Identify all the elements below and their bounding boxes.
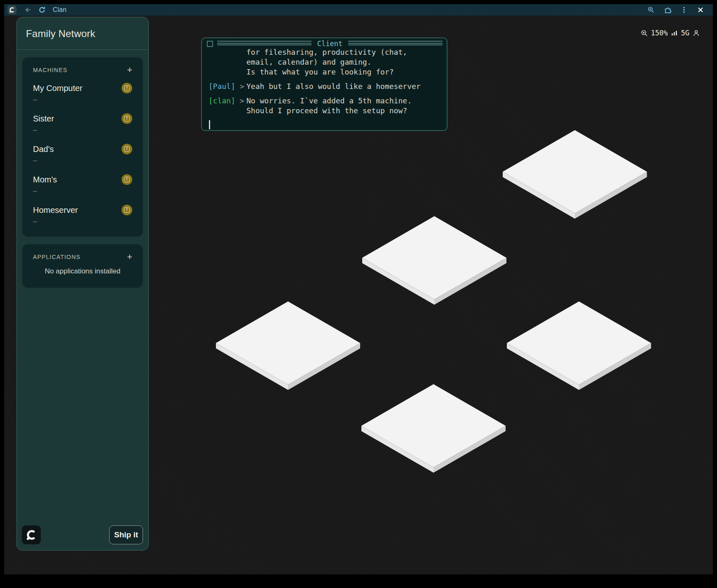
clan-logo-icon <box>7 5 16 14</box>
applications-panel: APPLICATIONS + No applications installed <box>22 244 143 288</box>
machine-list-item[interactable]: Homeserver!– <box>33 205 132 226</box>
menu-kebab-icon[interactable] <box>678 4 690 16</box>
terminal-cursor <box>209 120 210 129</box>
chat-message-text: Yeah but I also would like a homeserver <box>246 82 421 91</box>
machine-status-text: – <box>33 94 132 104</box>
sidebar-header: Family Network <box>17 17 148 50</box>
machines-panel: MACHINES + My Computer!–Sister!–Dad's!–M… <box>22 57 143 237</box>
ship-it-button[interactable]: Ship it <box>109 525 143 544</box>
machine-name: Sister <box>33 114 54 124</box>
machine-status-text: – <box>33 155 132 165</box>
zoom-level-value: 150% <box>651 29 668 37</box>
applications-header: APPLICATIONS <box>33 254 80 260</box>
alert-status-icon: ! <box>122 83 132 93</box>
machine-status-text: – <box>33 216 132 226</box>
window-close-box[interactable] <box>207 41 213 47</box>
machine-tile[interactable] <box>503 130 647 219</box>
chat-sender <box>209 49 246 77</box>
chat-message: [Paul] >Yeah but I also would like a hom… <box>209 82 440 91</box>
machines-header: MACHINES <box>33 67 68 73</box>
chat-message-text: for filesharing, productivity (chat, ema… <box>246 49 407 77</box>
clan-logo-icon <box>22 525 41 544</box>
machine-tile[interactable] <box>362 216 506 305</box>
client-chat-window[interactable]: Client for filesharing, productivity (ch… <box>201 37 448 131</box>
network-title: Family Network <box>26 28 139 40</box>
zoom-icon[interactable] <box>645 4 657 16</box>
titlebar-stripes <box>217 41 312 47</box>
add-application-button[interactable]: + <box>127 253 132 261</box>
chat-sender: [Paul] > <box>209 82 246 91</box>
alert-status-icon: ! <box>122 174 132 185</box>
client-window-title: Client <box>316 40 344 48</box>
applications-empty-text: No applications installed <box>33 267 132 275</box>
machine-status-text: – <box>33 186 132 196</box>
machine-list-item[interactable]: Dad's!– <box>33 144 132 165</box>
close-icon[interactable] <box>695 4 706 16</box>
client-titlebar[interactable]: Client <box>202 38 447 49</box>
machine-name: Mom's <box>33 175 57 184</box>
zoom-level-icon <box>641 30 648 37</box>
browser-titlebar: Clan <box>4 4 713 16</box>
alert-status-icon: ! <box>122 113 132 124</box>
machine-list-item[interactable]: Sister!– <box>33 113 132 135</box>
add-machine-button[interactable]: + <box>127 66 132 74</box>
status-hud: 150% 5G <box>641 29 700 37</box>
alert-status-icon: ! <box>122 205 132 215</box>
signal-bars-icon <box>671 30 678 36</box>
machine-tile[interactable] <box>216 301 360 390</box>
chat-message-text: No worries. I`ve added a 5th machine. Sh… <box>246 96 412 116</box>
network-label: 5G <box>681 29 689 37</box>
machine-name: Dad's <box>33 145 54 154</box>
machine-status-text: – <box>33 125 132 135</box>
machine-tile[interactable] <box>507 301 651 390</box>
machine-name: My Computer <box>33 84 82 93</box>
page-title: Clan <box>53 6 67 14</box>
alert-status-icon: ! <box>122 144 132 154</box>
chat-message: [clan] >No worries. I`ve added a 5th mac… <box>209 96 440 116</box>
machine-list-item[interactable]: My Computer!– <box>33 83 132 104</box>
family-network-sidebar: Family Network MACHINES + My Computer!–S… <box>16 17 149 551</box>
chat-sender: [clan] > <box>209 96 246 116</box>
chat-message: for filesharing, productivity (chat, ema… <box>209 49 440 77</box>
chat-log[interactable]: for filesharing, productivity (chat, ema… <box>202 49 447 130</box>
extensions-icon[interactable] <box>662 4 673 16</box>
machine-tile[interactable] <box>361 384 506 473</box>
titlebar-stripes <box>348 41 443 47</box>
reload-button[interactable] <box>36 4 48 16</box>
back-button[interactable] <box>22 4 34 16</box>
machine-name: Homeserver <box>33 205 78 215</box>
machine-list-item[interactable]: Mom's!– <box>33 174 132 196</box>
user-icon <box>693 30 700 37</box>
